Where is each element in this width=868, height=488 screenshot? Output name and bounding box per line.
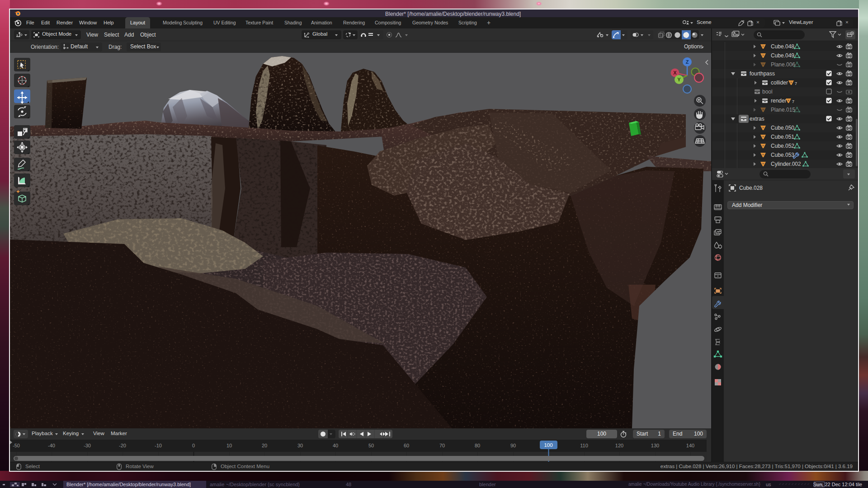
svg-text:10: 10 <box>226 443 232 448</box>
svg-text:120: 120 <box>615 443 623 448</box>
svg-text:60: 60 <box>404 443 409 448</box>
svg-text:0: 0 <box>192 443 195 448</box>
svg-text:Z: Z <box>686 59 689 65</box>
svg-text:-30: -30 <box>84 443 91 448</box>
svg-text:70: 70 <box>439 443 445 448</box>
svg-text:Y: Y <box>677 77 681 82</box>
svg-text:X: X <box>673 70 677 75</box>
svg-text:30: 30 <box>297 443 303 448</box>
svg-text:90: 90 <box>510 443 516 448</box>
svg-text:110: 110 <box>580 443 588 448</box>
svg-text:140: 140 <box>686 443 694 448</box>
svg-text:100: 100 <box>544 442 552 448</box>
svg-text:-20: -20 <box>119 443 126 448</box>
svg-text:50: 50 <box>368 443 374 448</box>
svg-text:-10: -10 <box>155 443 162 448</box>
svg-text:40: 40 <box>333 443 338 448</box>
svg-text:-50: -50 <box>13 443 20 448</box>
svg-text:80: 80 <box>475 443 480 448</box>
svg-text:20: 20 <box>262 443 267 448</box>
svg-text:-40: -40 <box>48 443 55 448</box>
svg-text:130: 130 <box>651 443 659 448</box>
